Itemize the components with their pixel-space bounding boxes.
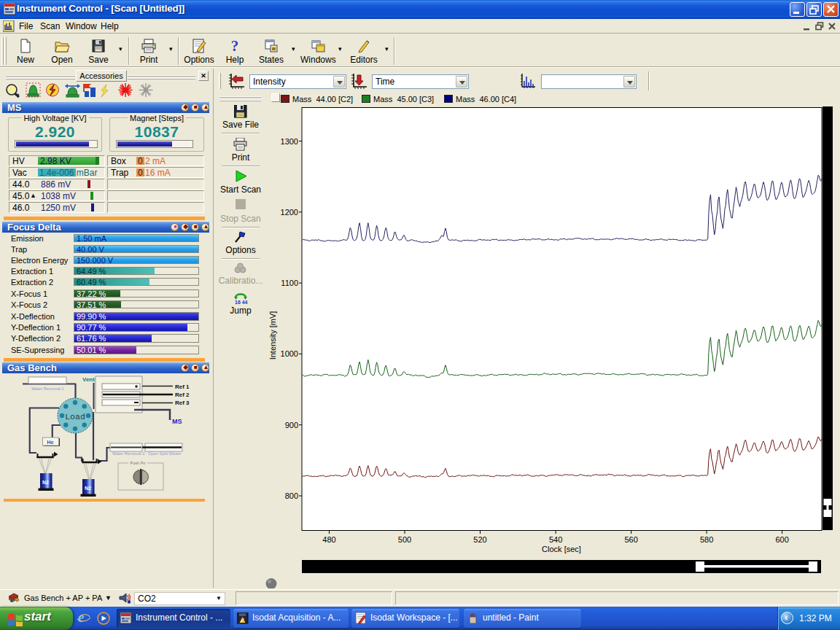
svg-text:Load: Load [65, 412, 85, 421]
svg-text:600: 600 [775, 535, 788, 544]
svg-text:Ref 2: Ref 2 [175, 392, 190, 398]
svg-text:He: He [47, 439, 54, 446]
svg-text:?: ? [231, 38, 239, 54]
svg-text:580: 580 [700, 535, 713, 544]
svg-text:1200: 1200 [281, 208, 298, 217]
svg-text:MS: MS [172, 418, 182, 425]
svg-text:Push Po: Push Po [131, 461, 146, 465]
svg-text:540: 540 [549, 535, 562, 544]
svg-text:800: 800 [285, 491, 298, 500]
svg-text:Ref 1: Ref 1 [175, 384, 190, 390]
svg-text:Intensity [mV]: Intensity [mV] [268, 311, 277, 360]
svg-text:560: 560 [624, 535, 637, 544]
svg-text:N2: N2 [85, 486, 91, 491]
svg-text:520: 520 [473, 535, 486, 544]
svg-text:Vent: Vent [82, 376, 95, 383]
svg-text:Water Removal 2: Water Removal 2 [112, 451, 145, 456]
svg-text:N2: N2 [42, 480, 49, 485]
svg-text:480: 480 [322, 535, 335, 544]
svg-text:Water Removal 1: Water Removal 1 [31, 386, 64, 391]
svg-text:500: 500 [398, 535, 411, 544]
svg-text:900: 900 [285, 421, 298, 429]
svg-text:1300: 1300 [281, 137, 298, 146]
svg-text:Ref 3: Ref 3 [175, 400, 190, 406]
svg-text:Open Split Diluter: Open Split Diluter [148, 451, 181, 456]
svg-text:16 44: 16 44 [235, 300, 248, 305]
svg-text:1100: 1100 [281, 279, 298, 287]
svg-text:Clock [sec]: Clock [sec] [542, 545, 581, 553]
svg-text:1000: 1000 [281, 349, 298, 358]
